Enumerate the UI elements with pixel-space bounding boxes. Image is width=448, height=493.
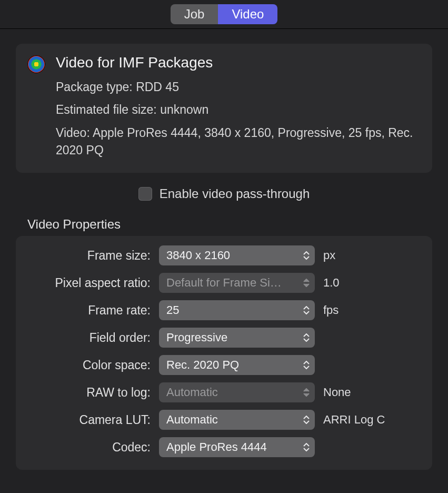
chevron-updown-icon: [302, 251, 311, 260]
section-header-video-properties: Video Properties: [27, 217, 432, 232]
select-color-space[interactable]: Rec. 2020 PQ: [159, 355, 315, 375]
chevron-updown-icon: [302, 416, 311, 424]
select-codec[interactable]: Apple ProRes 4444: [159, 437, 315, 457]
suffix-pixel-aspect: 1.0: [323, 276, 419, 290]
label-field-order: Field order:: [29, 331, 151, 345]
select-value: 25: [166, 303, 179, 317]
row-codec: Codec: Apple ProRes 4444: [29, 437, 419, 457]
select-value: 3840 x 2160: [166, 249, 230, 262]
row-camera-lut: Camera LUT: Automatic ARRI Log C: [29, 410, 419, 430]
label-color-space: Color space:: [29, 358, 151, 372]
select-pixel-aspect: Default for Frame Si…: [159, 273, 315, 293]
select-value: Rec. 2020 PQ: [166, 358, 239, 372]
row-frame-rate: Frame rate: 25 fps: [29, 300, 419, 320]
row-color-space: Color space: Rec. 2020 PQ: [29, 355, 419, 375]
select-raw-to-log: Automatic: [159, 382, 315, 402]
suffix-camera-lut: ARRI Log C: [323, 413, 419, 427]
chevron-updown-icon: [302, 279, 311, 287]
chevron-updown-icon: [302, 361, 311, 369]
label-codec: Codec:: [29, 440, 151, 455]
select-frame-size[interactable]: 3840 x 2160: [159, 245, 315, 265]
row-raw-to-log: RAW to log: Automatic None: [29, 382, 419, 402]
select-value: Automatic: [166, 413, 218, 427]
select-field-order[interactable]: Progressive: [159, 328, 315, 348]
label-frame-rate: Frame rate:: [29, 303, 151, 318]
select-value: Progressive: [166, 331, 227, 344]
summary-video-line: Video: Apple ProRes 4444, 3840 x 2160, P…: [56, 124, 419, 160]
select-camera-lut[interactable]: Automatic: [159, 410, 315, 430]
tab-bar: Job Video: [0, 0, 448, 29]
select-value: Default for Frame Si…: [166, 276, 282, 290]
chevron-updown-icon: [302, 388, 311, 397]
label-frame-size: Frame size:: [29, 249, 151, 263]
row-frame-size: Frame size: 3840 x 2160 px: [29, 245, 419, 265]
suffix-frame-size: px: [323, 249, 419, 262]
select-value: Apple ProRes 4444: [166, 440, 267, 454]
select-value: Automatic: [166, 386, 218, 399]
label-raw-to-log: RAW to log:: [29, 386, 151, 400]
row-pixel-aspect: Pixel aspect ratio: Default for Frame Si…: [29, 273, 419, 293]
summary-package-type: Package type: RDD 45: [56, 78, 419, 96]
row-field-order: Field order: Progressive: [29, 328, 419, 348]
summary-panel: Video for IMF Packages Package type: RDD…: [16, 44, 432, 173]
passthrough-row: Enable video pass-through: [16, 186, 432, 201]
chevron-updown-icon: [302, 333, 311, 342]
chevron-updown-icon: [302, 443, 311, 451]
suffix-raw-to-log: None: [323, 386, 419, 399]
label-camera-lut: Camera LUT:: [29, 413, 151, 427]
passthrough-checkbox[interactable]: [138, 187, 152, 201]
video-properties-panel: Frame size: 3840 x 2160 px Pixel aspect …: [16, 236, 432, 470]
label-pixel-aspect: Pixel aspect ratio:: [29, 276, 151, 290]
chevron-updown-icon: [302, 306, 311, 314]
tab-video[interactable]: Video: [218, 4, 277, 24]
target-icon: [26, 54, 46, 159]
suffix-frame-rate: fps: [323, 303, 419, 317]
tab-segmented-control: Job Video: [171, 4, 278, 24]
tab-job[interactable]: Job: [171, 4, 218, 24]
select-frame-rate[interactable]: 25: [159, 300, 315, 320]
summary-title: Video for IMF Packages: [56, 54, 419, 71]
passthrough-label: Enable video pass-through: [160, 186, 310, 201]
summary-file-size: Estimated file size: unknown: [56, 101, 419, 119]
